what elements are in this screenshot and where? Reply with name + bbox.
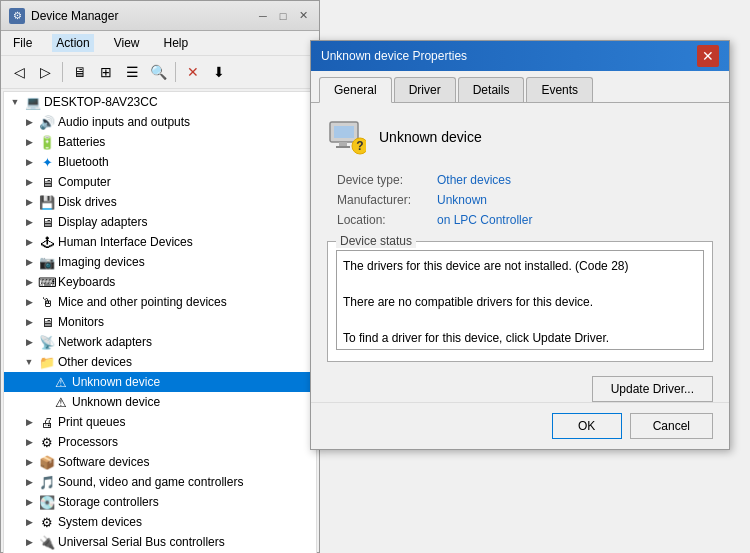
tree-item-bluetooth[interactable]: ▶ ✦ Bluetooth [4, 152, 316, 172]
toolbar-back[interactable]: ◁ [7, 60, 31, 84]
icon-root: 💻 [25, 94, 41, 110]
svg-rect-2 [339, 142, 347, 146]
menu-help[interactable]: Help [160, 34, 193, 52]
menu-action[interactable]: Action [52, 34, 93, 52]
menu-view[interactable]: View [110, 34, 144, 52]
tree-item-other[interactable]: ▼ 📁 Other devices [4, 352, 316, 372]
props-row-manufacturer: Manufacturer: Unknown [337, 193, 713, 207]
tree-item-mice[interactable]: ▶ 🖱 Mice and other pointing devices [4, 292, 316, 312]
tree-item-displayadapters[interactable]: ▶ 🖥 Display adapters [4, 212, 316, 232]
dm-tree[interactable]: ▼ 💻 DESKTOP-8AV23CC ▶ 🔊 Audio inputs and… [3, 91, 317, 553]
expand-bluetooth: ▶ [22, 155, 36, 169]
icon-processors: ⚙ [39, 434, 55, 450]
tree-item-unknown1[interactable]: ⚠ Unknown device [4, 372, 316, 392]
tree-item-unknown2[interactable]: ⚠ Unknown device [4, 392, 316, 412]
tree-item-keyboards[interactable]: ▶ ⌨ Keyboards [4, 272, 316, 292]
cancel-button[interactable]: Cancel [630, 413, 713, 439]
toolbar-sep2 [175, 62, 176, 82]
dm-title-icon: ⚙ [9, 8, 25, 24]
label-diskdrives: Disk drives [58, 195, 117, 209]
expand-processors: ▶ [22, 435, 36, 449]
icon-displayadapters: 🖥 [39, 214, 55, 230]
expand-keyboards: ▶ [22, 275, 36, 289]
label-system: System devices [58, 515, 142, 529]
toolbar-sep1 [62, 62, 63, 82]
svg-rect-3 [336, 146, 350, 148]
props-close-button[interactable]: ✕ [697, 45, 719, 67]
expand-storage: ▶ [22, 495, 36, 509]
tree-item-network[interactable]: ▶ 📡 Network adapters [4, 332, 316, 352]
label-printqueues: Print queues [58, 415, 125, 429]
expand-batteries: ▶ [22, 135, 36, 149]
icon-unknown1: ⚠ [53, 374, 69, 390]
expand-imaging: ▶ [22, 255, 36, 269]
props-title-text: Unknown device Properties [321, 49, 689, 63]
expand-network: ▶ [22, 335, 36, 349]
update-driver-button[interactable]: Update Driver... [592, 376, 713, 402]
tab-general[interactable]: General [319, 77, 392, 103]
dm-minimize-btn[interactable]: ─ [255, 8, 271, 24]
tree-item-hid[interactable]: ▶ 🕹 Human Interface Devices [4, 232, 316, 252]
dm-maximize-btn[interactable]: □ [275, 8, 291, 24]
props-table: Device type: Other devices Manufacturer:… [337, 173, 713, 227]
tab-events[interactable]: Events [526, 77, 593, 102]
tree-item-computer[interactable]: ▶ 🖥 Computer [4, 172, 316, 192]
tree-item-sound[interactable]: ▶ 🎵 Sound, video and game controllers [4, 472, 316, 492]
toolbar-download[interactable]: ⬇ [207, 60, 231, 84]
tree-item-printqueues[interactable]: ▶ 🖨 Print queues [4, 412, 316, 432]
expand-sound: ▶ [22, 475, 36, 489]
tree-item-diskdrives[interactable]: ▶ 💾 Disk drives [4, 192, 316, 212]
dm-title-text: Device Manager [31, 9, 249, 23]
label-unknown2: Unknown device [72, 395, 160, 409]
label-mice: Mice and other pointing devices [58, 295, 227, 309]
tree-item-storage[interactable]: ▶ 💽 Storage controllers [4, 492, 316, 512]
tree-item-monitors[interactable]: ▶ 🖥 Monitors [4, 312, 316, 332]
icon-system: ⚙ [39, 514, 55, 530]
props-titlebar: Unknown device Properties ✕ [311, 41, 729, 71]
icon-storage: 💽 [39, 494, 55, 510]
toolbar-forward[interactable]: ▷ [33, 60, 57, 84]
props-dialog: Unknown device Properties ✕ General Driv… [310, 40, 730, 450]
dm-close-btn[interactable]: ✕ [295, 8, 311, 24]
dm-titlebar-buttons: ─ □ ✕ [255, 8, 311, 24]
tree-item-usb[interactable]: ▶ 🔌 Universal Serial Bus controllers [4, 532, 316, 552]
icon-network: 📡 [39, 334, 55, 350]
label-batteries: Batteries [58, 135, 105, 149]
label-hid: Human Interface Devices [58, 235, 193, 249]
tree-item-system[interactable]: ▶ ⚙ System devices [4, 512, 316, 532]
icon-mice: 🖱 [39, 294, 55, 310]
toolbar-list[interactable]: ☰ [120, 60, 144, 84]
expand-diskdrives: ▶ [22, 195, 36, 209]
svg-rect-1 [334, 126, 354, 138]
tree-item-batteries[interactable]: ▶ 🔋 Batteries [4, 132, 316, 152]
icon-keyboards: ⌨ [39, 274, 55, 290]
ok-button[interactable]: OK [552, 413, 622, 439]
label-software: Software devices [58, 455, 149, 469]
props-row-location: Location: on LPC Controller [337, 213, 713, 227]
props-row-type: Device type: Other devices [337, 173, 713, 187]
menu-file[interactable]: File [9, 34, 36, 52]
dm-menubar: File Action View Help [1, 31, 319, 56]
icon-unknown2: ⚠ [53, 394, 69, 410]
expand-root: ▼ [8, 95, 22, 109]
icon-diskdrives: 💾 [39, 194, 55, 210]
device-manager-window: ⚙ Device Manager ─ □ ✕ File Action View … [0, 0, 320, 553]
toolbar-delete[interactable]: ✕ [181, 60, 205, 84]
toolbar-grid[interactable]: ⊞ [94, 60, 118, 84]
label-bluetooth: Bluetooth [58, 155, 109, 169]
toolbar-search[interactable]: 🔍 [146, 60, 170, 84]
tab-driver[interactable]: Driver [394, 77, 456, 102]
tree-item-root[interactable]: ▼ 💻 DESKTOP-8AV23CC [4, 92, 316, 112]
props-key-location: Location: [337, 213, 437, 227]
tab-details[interactable]: Details [458, 77, 525, 102]
tree-item-processors[interactable]: ▶ ⚙ Processors [4, 432, 316, 452]
toolbar-screen[interactable]: 🖥 [68, 60, 92, 84]
device-status-text[interactable] [336, 250, 704, 350]
tree-item-imaging[interactable]: ▶ 📷 Imaging devices [4, 252, 316, 272]
label-keyboards: Keyboards [58, 275, 115, 289]
tree-item-audio[interactable]: ▶ 🔊 Audio inputs and outputs [4, 112, 316, 132]
tree-item-software[interactable]: ▶ 📦 Software devices [4, 452, 316, 472]
device-header-icon: ? [327, 117, 367, 157]
expand-software: ▶ [22, 455, 36, 469]
label-usb: Universal Serial Bus controllers [58, 535, 225, 549]
